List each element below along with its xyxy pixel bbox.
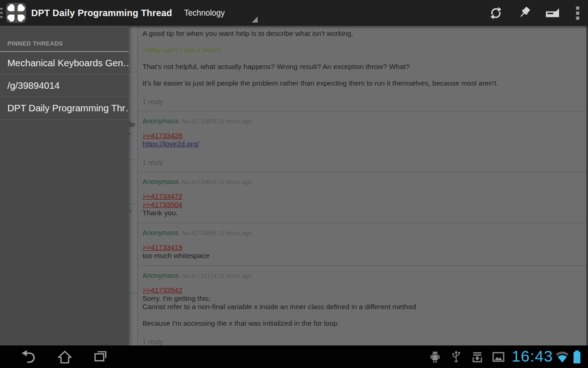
list-divider [129,204,137,204]
post[interactable]: AnonymousNo.41733616 12 hours ago>>41733… [138,172,586,223]
poster-name: Anonymous [142,271,179,279]
recent-apps-button[interactable] [83,345,119,368]
app-logo-button[interactable] [6,3,26,23]
drawer-handle-icon[interactable] [0,8,3,20]
usb-debugging-icon [424,345,446,368]
clover-icon [6,3,26,23]
post-header: AnonymousNo.41733714 12 hours ago [142,271,582,280]
scrollbar[interactable] [586,26,588,345]
text-line: It's far easier to just tell people the … [142,79,582,87]
post-header: AnonymousNo.41733616 12 hours ago [142,178,582,186]
poster-name: Anonymous [142,229,179,236]
text-line: too much whitespace [142,252,582,260]
greentext-line: >Why can't I use x here? [142,46,582,54]
post-number-and-time: No.41733609 12 hours ago [182,118,252,125]
refresh-button[interactable] [481,0,510,26]
post-text-block: >Why can't I use x here? [142,46,582,54]
overflow-menu-button[interactable] [567,0,588,26]
text-line: A good tip for when you want help is to … [142,29,582,38]
pin-button[interactable] [510,0,538,26]
navigation-drawer: PINNED THREADS Mechanical Keyboards Gen…… [0,26,129,345]
quotelink[interactable]: >>41733504 [142,201,182,209]
text-line: Because I'm accessing the x that was ini… [142,319,582,328]
system-navigation-bar: 16:43 [0,345,588,368]
pinned-threads-header: PINNED THREADS [0,26,129,52]
text-line: Sorry. I'm getting this: [142,294,582,303]
drawer-item-g-39894014[interactable]: /g/39894014 [0,75,129,97]
post-header: AnonymousNo.41733609 12 hours ago [142,117,582,125]
list-divider [129,72,137,72]
post-text-block: Because I'm accessing the x that was ini… [142,319,582,328]
action-bar: DPT Daily Programming Thread Technology [0,0,588,26]
clipped-text-fragment: ' [129,132,130,140]
back-button[interactable] [11,345,47,368]
list-divider [129,160,137,160]
list-divider [129,293,137,293]
recent-apps-icon [92,349,109,365]
clipped-text-fragment: o [129,208,132,213]
clipped-text-fragment: le [129,121,135,128]
home-icon [57,349,73,365]
wifi-icon [554,345,571,368]
post-number-and-time: No.41733666 12 hours ago [182,230,252,236]
home-button[interactable] [47,345,83,368]
back-icon [21,349,37,365]
post-number-and-time: No.41733616 12 hours ago [182,179,252,185]
quotelink[interactable]: >>41733428 [142,132,182,140]
pin-icon [516,5,532,21]
post[interactable]: AnonymousNo.41733609 12 hours ago>>41733… [138,111,586,172]
status-area: 16:43 [424,345,583,368]
screenshot-icon [488,345,509,368]
reply-button[interactable] [538,0,567,26]
content-area: le ' o A good tip for when you want help… [0,26,588,345]
overflow-dots-icon [576,5,579,22]
reply-icon [544,7,561,18]
reply-count[interactable]: 1 reply [142,158,582,166]
poster-name: Anonymous [142,178,179,185]
post-list: A good tip for when you want help is to … [138,26,586,345]
usb-connected-icon [446,345,467,368]
status-clock: 16:43 [512,347,553,365]
reply-count[interactable]: 1 reply [142,338,582,345]
post-text-block: That's not helpful, what actually happen… [142,63,582,71]
screen: DPT Daily Programming Thread Technology [0,0,588,368]
post-text-block: >>41733419too much whitespace [142,243,582,260]
quotelink[interactable]: >>41733542 [142,286,182,294]
reply-count[interactable]: 1 reply [142,98,582,105]
post-header: AnonymousNo.41733666 12 hours ago [142,229,582,237]
board-spinner[interactable]: Technology [184,0,260,26]
text-line: That's not helpful, what actually happen… [142,63,582,71]
post-text-block: >>41733542Sorry. I'm getting this:Cannot… [142,286,582,311]
quotelink[interactable]: >>41733419 [142,243,182,252]
post-number-and-time: No.41733714 12 hours ago [182,273,252,279]
post[interactable]: AnonymousNo.41733666 12 hours ago>>41733… [138,223,586,266]
battery-icon [571,345,583,368]
board-spinner-label: Technology [184,8,225,18]
post-text-block: It's far easier to just tell people the … [142,79,582,87]
post-text-block: A good tip for when you want help is to … [142,29,582,38]
post-text-block: >>41733428https://love2d.org/ [142,132,582,148]
nav-buttons [11,345,119,368]
actionbar-buttons [481,0,588,26]
download-icon [467,345,488,368]
thread-title: DPT Daily Programming Thread [31,8,172,18]
external-link[interactable]: https://love2d.org/ [142,140,199,148]
post[interactable]: AnonymousNo.41733714 12 hours ago>>41733… [138,266,586,345]
text-line: Cannot refer to a non-final variable x i… [142,303,582,311]
post-text-block: >>41733472>>41733504Thank you. [142,192,582,217]
quotelink[interactable]: >>41733472 [142,192,182,201]
spinner-caret-icon [252,17,258,23]
post[interactable]: A good tip for when you want help is to … [138,26,586,111]
refresh-icon [488,6,503,21]
drawer-item-mechanical-keyboards[interactable]: Mechanical Keyboards Gen… [0,52,129,75]
text-line: Thank you. [142,209,582,217]
drawer-item-dpt-thread[interactable]: DPT Daily Programming Thr… [0,97,129,120]
poster-name: Anonymous [142,117,179,125]
